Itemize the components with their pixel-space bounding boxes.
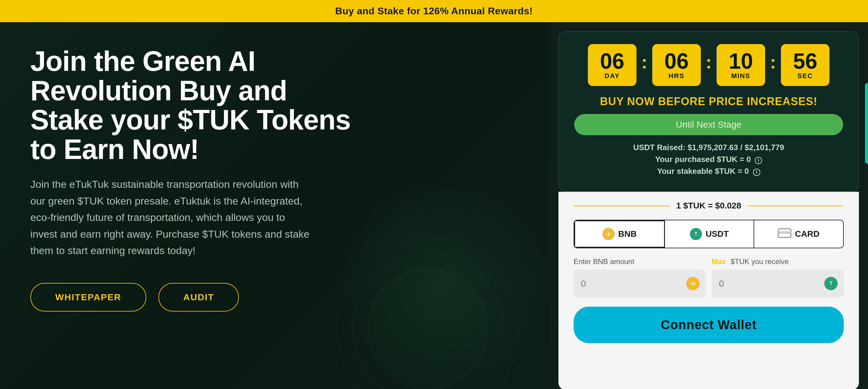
banner-text: Buy and Stake for 126% Annual Rewards! (335, 5, 533, 17)
countdown-hours: 06 HRS (652, 44, 701, 86)
tab-card[interactable]: CARD (754, 220, 843, 248)
right-section: Sign Up Now! 06 DAY : 06 HRS : 10 MINS (549, 22, 868, 389)
countdown-mins: 10 MINS (717, 44, 765, 86)
bnb-icon (602, 228, 615, 240)
countdown-sep-2: : (706, 52, 712, 73)
countdown-hours-label: HRS (669, 72, 684, 80)
hero-description: Join the eTukTuk sustainable transportat… (30, 176, 310, 259)
card-icon (778, 228, 791, 240)
countdown-days-number: 06 (596, 50, 628, 72)
countdown-row: 06 DAY : 06 HRS : 10 MINS : 56 SEC (574, 44, 843, 86)
input-labels-row: Enter BNB amount Max $TUK you receive (574, 257, 844, 266)
purchased-tuk-info-icon[interactable]: i (755, 157, 762, 164)
buy-now-text: BUY NOW BEFORE PRICE INCREASES! (574, 95, 843, 108)
usdt-icon: T (690, 228, 702, 240)
sign-up-tab[interactable]: Sign Up Now! (865, 83, 868, 164)
tab-bnb-label: BNB (618, 229, 637, 239)
countdown-days-label: DAY (604, 72, 620, 80)
svg-text:T: T (694, 231, 697, 236)
countdown-hours-number: 06 (661, 50, 692, 72)
countdown-mins-label: MINS (731, 72, 750, 80)
price-text: 1 $TUK = $0.028 (676, 201, 741, 211)
countdown-sep-1: : (641, 52, 647, 73)
countdown-secs-label: SEC (797, 72, 813, 80)
bnb-input-field (574, 270, 706, 298)
tab-card-label: CARD (795, 229, 819, 239)
left-section: Join the Green AI Revolution Buy and Sta… (0, 22, 549, 389)
countdown-secs: 56 SEC (781, 44, 830, 86)
tuk-amount-input[interactable] (719, 278, 824, 289)
countdown-secs-number: 56 (789, 50, 821, 72)
top-banner: Buy and Stake for 126% Annual Rewards! (0, 0, 868, 22)
svg-text:T: T (830, 281, 833, 286)
tuk-receive-label: $TUK you receive (731, 257, 789, 266)
widget-upper: 06 DAY : 06 HRS : 10 MINS : 56 SEC (558, 31, 859, 192)
main-content: Join the Green AI Revolution Buy and Sta… (0, 22, 868, 389)
tab-usdt[interactable]: T USDT (665, 220, 754, 248)
input-row: T (574, 270, 844, 298)
bg-dial-decoration (337, 238, 519, 389)
connect-wallet-button[interactable]: Connect Wallet (574, 307, 844, 343)
countdown-mins-number: 10 (725, 50, 756, 72)
max-label[interactable]: Max (712, 257, 726, 266)
whitepaper-button[interactable]: WHITEPAPER (30, 283, 146, 311)
hero-title: Join the Green AI Revolution Buy and Sta… (30, 47, 364, 164)
bnb-input-label: Enter BNB amount (574, 257, 706, 266)
tuk-input-icon: T (824, 277, 838, 290)
countdown-days: 06 DAY (588, 44, 637, 86)
until-next-stage-bar: Until Next Stage (574, 114, 843, 135)
usdt-raised: USDT Raised: $1,975,207.63 / $2,101,779 (574, 143, 843, 152)
countdown-sep-3: : (770, 52, 776, 73)
bnb-input-icon (686, 277, 700, 290)
purchased-tuk: Your purchased $TUK = 0 i (574, 155, 843, 164)
payment-tabs: BNB T USDT (574, 220, 844, 248)
tab-bnb[interactable]: BNB (574, 220, 665, 248)
stakeable-tuk: Your stakeable $TUK = 0 i (574, 167, 843, 176)
bnb-amount-input[interactable] (581, 278, 686, 289)
stakeable-tuk-info-icon[interactable]: i (753, 169, 760, 176)
stats-area: USDT Raised: $1,975,207.63 / $2,101,779 … (574, 143, 843, 176)
svg-rect-4 (778, 231, 791, 234)
tab-usdt-label: USDT (706, 229, 729, 239)
audit-button[interactable]: AUDIT (158, 283, 239, 311)
tuk-input-label-row: Max $TUK you receive (712, 257, 844, 266)
price-line: 1 $TUK = $0.028 (574, 201, 844, 211)
price-line-bar-right (747, 205, 844, 206)
price-line-bar-left (574, 205, 670, 206)
widget-lower: 1 $TUK = $0.028 (558, 192, 859, 389)
tuk-input-field: T (712, 270, 844, 298)
